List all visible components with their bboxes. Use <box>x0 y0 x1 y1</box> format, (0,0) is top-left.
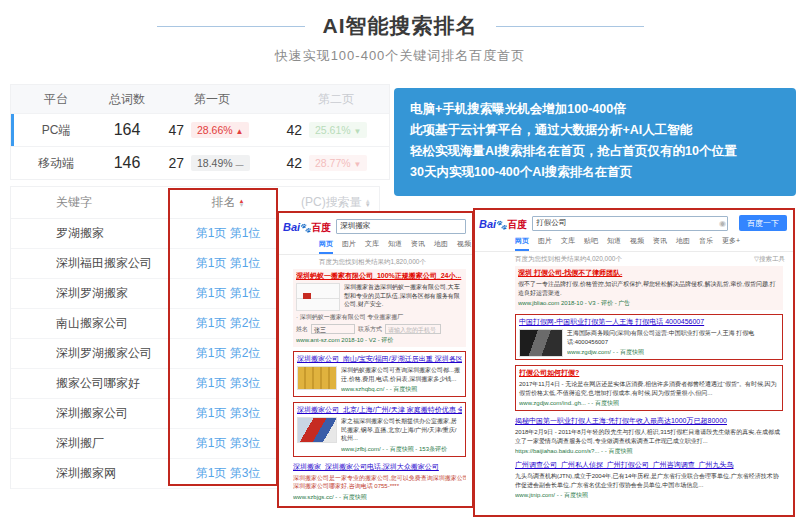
second-page-count: 42 <box>271 122 309 138</box>
tab-video[interactable]: 视频 <box>630 236 644 251</box>
name-field[interactable]: 张三 <box>311 324 355 334</box>
tab-images[interactable]: 图片 <box>538 236 552 251</box>
search-result-ad: 深圳 打假公司-找假不了律师团队. 假不了一专注品牌打假,价格管控,知识产权保护… <box>515 266 783 310</box>
rank-link[interactable]: 第1页 第1位 <box>169 285 287 302</box>
result-title-link[interactable]: 深圳搬家公司_南山/宝安/福田/罗湖迁居出重 深圳各区... <box>297 354 462 364</box>
phone-field[interactable]: 请输入您的手机号 <box>385 324 441 334</box>
result-title-link[interactable]: 广州调查公司_广州私人侦探_广州打假公司_广州咨询调查_广州九头鸟 <box>515 460 783 470</box>
search-result-ad: 深圳蚂蚁一搬家有限公司_100%正规搬家公司_24小... 深圳搬家首选深圳蚂蚁… <box>293 269 466 347</box>
promo-line: 此项基于云计算平台，通过大数据分析+AI人工智能 <box>410 120 780 141</box>
tab-video[interactable]: 视频 <box>457 239 471 254</box>
search-tools-link[interactable]: ▽搜索工具 <box>754 255 785 264</box>
result-description: 王海国际商务顾问(深圳)有限公司运营:中国职业打假第一人王海 打假电话:4000… <box>567 329 779 346</box>
tab-more[interactable]: 更多+ <box>722 236 740 251</box>
tab-library[interactable]: 文库 <box>365 239 379 254</box>
tab-news[interactable]: 资讯 <box>411 239 425 254</box>
tab-music[interactable]: 音乐 <box>699 236 713 251</box>
search-result-highlighted: 深圳搬家公司_北京/上海/广州/天津 家庭搬特价优惠 全... 家之福深圳搬家公… <box>293 402 466 457</box>
tab-library[interactable]: 文库 <box>561 236 575 251</box>
result-description: 家之福深圳搬家公司长期提供办公室搬家,居民搬家,钢琴,直播,北京/上海/广州/天… <box>341 417 462 443</box>
sort-icon[interactable]: ▲▼ <box>365 199 371 207</box>
search-result: 深圳搬家_深圳搬家公司电话,深圳大众搬家公司 深圳搬家公司是一家专业的搬家公司,… <box>293 462 466 502</box>
keyword-label: 搬家公司哪家好 <box>11 375 169 392</box>
rank-link[interactable]: 第1页 第1位 <box>169 255 287 272</box>
name-label: 姓名 <box>296 325 308 334</box>
total-words-value: 164 <box>101 121 153 139</box>
tab-images[interactable]: 图片 <box>342 239 356 254</box>
col-first-page: 第一页 <box>153 91 271 108</box>
stats-row-mobile[interactable]: 移动端 146 27 18.49% — 42 28.77% ▼ <box>11 146 389 179</box>
rank-link[interactable]: 第1页 第3位 <box>169 465 287 482</box>
promo-line: 轻松实现海量AI搜索排名在首页，抢占首页仅有的10个位置 <box>410 141 780 162</box>
tab-maps[interactable]: 地图 <box>676 236 690 251</box>
keyword-label: 深圳罗湖搬家公司 <box>11 345 169 362</box>
result-description: 2018年2月9日 - 2011年8月年轻的段先生与打假人相识,315打假栏目邀… <box>515 428 783 445</box>
tab-webpage[interactable]: 网页 <box>319 239 333 254</box>
result-title-link[interactable]: 深圳蚂蚁一搬家有限公司_100%正规搬家公司_24小... <box>296 271 463 281</box>
keyword-label: 南山搬家公司 <box>11 315 169 332</box>
rank-link[interactable]: 第1页 第2位 <box>169 315 287 332</box>
second-page-pct-badge: 25.61% ▼ <box>309 122 367 138</box>
result-title-link[interactable]: 中国打假网-中国职业打假第一人王海 打假电话 4000456007 <box>519 317 779 327</box>
platform-label: 移动端 <box>11 155 101 172</box>
result-image-truck <box>296 283 340 311</box>
rank-link[interactable]: 第1页 第3位 <box>169 405 287 422</box>
result-description: 2017年11月4日 - 无论是在网店还是实体店消费,相信许多消费者都曾经遭遇过… <box>519 380 779 397</box>
result-url: https://baijiahao.baidu.com/s?... - - 百度… <box>515 447 783 456</box>
result-url: www.szhqbq.cn/ - - 百度快照 <box>341 385 462 394</box>
result-description: 九头鸟调查机构(JTN),成立于2004年,已有14年历程,是广东省行业联合会理… <box>515 472 783 489</box>
search-input[interactable] <box>336 219 466 234</box>
tab-news[interactable]: 资讯 <box>653 236 667 251</box>
result-url: www.szbjgs.cc/ - - 百度快照 <box>293 493 466 502</box>
camera-icon[interactable]: ◉ <box>719 219 726 228</box>
rank-link[interactable]: 第1页 第2位 <box>169 345 287 362</box>
tab-tieba[interactable]: 贴吧 <box>584 236 598 251</box>
result-title-link[interactable]: 深圳搬家_深圳搬家公司电话,深圳大众搬家公司 <box>293 462 466 472</box>
keyword-label: 深圳搬家网 <box>11 465 169 482</box>
promo-line: 电脑+手机搜索曝光机会增加100-400倍 <box>410 99 780 120</box>
first-page-count: 47 <box>153 122 191 138</box>
title-line-left <box>157 26 305 27</box>
page: AI智能搜索排名 快速实现100-400个关键词排名百度首页 平台 总词数 第一… <box>0 0 800 522</box>
baidu-logo: Bai🐾百度 <box>283 218 331 234</box>
serp-tabs: 网页 图片 文库 贴吧 知道 视频 资讯 地图 音乐 更多+ <box>475 233 793 252</box>
first-page-count: 27 <box>153 155 191 171</box>
second-page-pct-badge: 28.77% ▼ <box>309 155 367 171</box>
result-title-link[interactable]: 深圳 打假公司-找假不了律师团队. <box>518 268 780 278</box>
result-title-link[interactable]: 深圳搬家公司_北京/上海/广州/天津 家庭搬特价优惠 全... <box>297 405 462 415</box>
rank-link[interactable]: 第1页 第1位 <box>169 225 287 242</box>
results-count: 百度为您找到相关结果约4,020,000个 <box>515 255 622 264</box>
page-subtitle: 快速实现100-400个关键词排名百度首页 <box>0 47 800 65</box>
col-search-volume[interactable]: (PC)搜索量▲▼ <box>287 194 371 211</box>
keyword-label: 深圳福田搬家公司 <box>11 255 169 272</box>
tab-webpage[interactable]: 网页 <box>515 236 529 251</box>
col-rank[interactable]: 排名▲▼ <box>169 194 287 211</box>
paw-icon: 🐾 <box>300 223 311 233</box>
rank-link[interactable]: 第1页 第3位 <box>169 375 287 392</box>
first-page-pct-badge: 28.66% ▲ <box>191 122 249 138</box>
result-title-link[interactable]: 打假公司如何打假? <box>519 368 779 378</box>
result-description: 深圳搬家公司是一家专业的搬家公司,您可以免费查询深圳搬家公司 <box>293 474 466 483</box>
tab-maps[interactable]: 地图 <box>434 239 448 254</box>
page-title: AI智能搜索排名 <box>323 12 478 40</box>
total-words-value: 146 <box>101 154 153 172</box>
sort-icon[interactable]: ▲▼ <box>239 199 245 207</box>
tab-zhidao[interactable]: 知道 <box>607 236 621 251</box>
baidu-logo: Bai🐾百度 <box>479 215 527 231</box>
platform-stats-table: 平台 总词数 第一页 第二页 PC端 164 47 28.66% ▲ 42 25… <box>10 84 390 180</box>
result-image-people <box>519 329 563 357</box>
platform-label: PC端 <box>11 122 101 139</box>
baidu-search-button[interactable]: 百度一下 <box>739 215 787 231</box>
rank-link[interactable]: 第1页 第3位 <box>169 435 287 452</box>
result-url: www.jtnip.com/ - - 百度快照 <box>515 491 783 500</box>
up-triangle-icon: ▲ <box>236 127 244 136</box>
baidu-serp-screenshot-2: Bai🐾百度 ◉ 百度一下 网页 图片 文库 贴吧 知道 视频 资讯 地图 音乐… <box>473 208 795 517</box>
second-page-count: 42 <box>271 155 309 171</box>
phone-label: 联系方式 <box>358 325 382 334</box>
keyword-label: 深圳罗湖搬家 <box>11 285 169 302</box>
search-input[interactable] <box>532 216 728 231</box>
stats-row-pc[interactable]: PC端 164 47 28.66% ▲ 42 25.61% ▼ <box>11 113 389 146</box>
result-url: www.zgdjw.com/ind..gh... - - 百度快照 <box>519 399 779 408</box>
tab-zhidao[interactable]: 知道 <box>388 239 402 254</box>
result-title-link[interactable]: 揭秘中国第一职业打假人王海:凭打假年收入最高达1000万已超80000 <box>515 416 783 426</box>
